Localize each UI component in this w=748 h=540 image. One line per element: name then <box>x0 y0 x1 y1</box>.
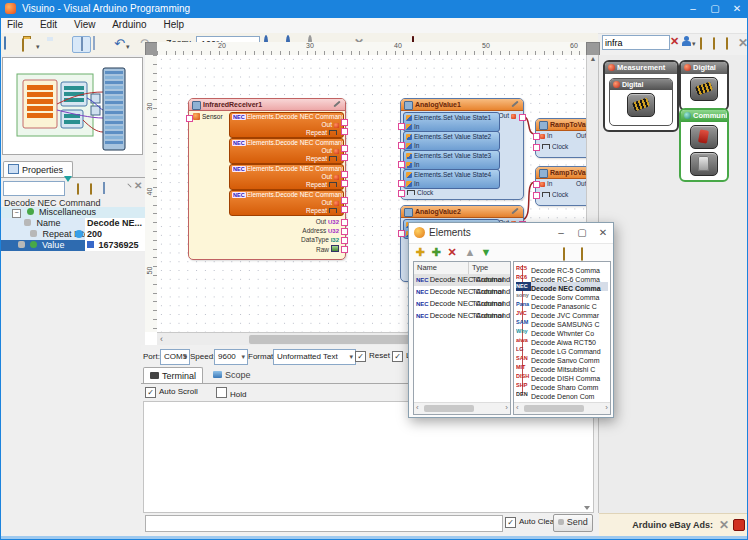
category-measurement[interactable]: Measurement Digital <box>603 60 679 132</box>
column-type[interactable]: Type <box>472 262 488 274</box>
block-infrared-receiver[interactable]: InfraredReceiver1 Sensor NECElements.Dec… <box>188 98 346 260</box>
clear-search-icon[interactable]: ✕ <box>670 35 679 48</box>
wrench-icon[interactable] <box>333 101 340 108</box>
tab-terminal[interactable]: Terminal <box>143 367 203 384</box>
undo-dropdown-icon[interactable]: ▾ <box>126 39 130 54</box>
repeat-pin[interactable] <box>341 128 348 135</box>
expand-categories-icon[interactable] <box>575 247 589 261</box>
undo-icon[interactable]: ↶ <box>114 36 125 51</box>
element-set-value-1[interactable]: Elements.Set Value State1 In <box>403 112 500 132</box>
new-project-icon[interactable] <box>4 36 6 50</box>
property-row-name[interactable]: Name Decode NE... <box>0 218 145 229</box>
element-item-4[interactable]: NECDecode NEC Command4TArduinoI <box>414 310 510 322</box>
delete-element-icon[interactable]: ✕ <box>445 245 459 259</box>
clock-pin[interactable] <box>398 190 405 197</box>
element-set-value-3[interactable]: Elements.Set Value State3 In <box>403 150 500 170</box>
filter-dropdown-icon[interactable]: ▾ <box>692 40 696 48</box>
in-pin[interactable] <box>533 181 540 188</box>
available-elements-list[interactable]: RC5Decode RC-5 Comma RC6Decode RC-6 Comm… <box>513 261 611 415</box>
available-list-scrollbar[interactable]: ‹› <box>514 402 610 414</box>
property-row-value[interactable]: Value 16736925 <box>0 240 145 251</box>
menu-arduino[interactable]: Arduino <box>105 18 153 30</box>
auto-clear-checkbox[interactable]: ✓Auto Clear <box>505 517 557 528</box>
filter-funnel-icon[interactable] <box>64 176 72 192</box>
speed-select[interactable]: 9600▾ <box>214 349 248 365</box>
add-element-icon[interactable]: ✚ <box>413 245 427 259</box>
available-sony[interactable]: sonyDecode Sony Comma <box>516 291 608 300</box>
out-pin[interactable] <box>341 171 348 178</box>
open-project-icon[interactable] <box>22 38 24 52</box>
elements-maximize-button[interactable]: ▢ <box>572 223 592 243</box>
close-button[interactable]: ✕ <box>726 0 748 18</box>
element-decode-nec-3[interactable]: NECElements.Decode NEC Command3 Out Repe… <box>229 164 344 190</box>
refresh-value-icon[interactable] <box>75 230 83 238</box>
menu-view[interactable]: View <box>67 18 103 30</box>
available-denon[interactable]: DENDecode Denon Com <box>516 390 608 399</box>
available-panasonic[interactable]: PanaDecode Panasonic C <box>516 300 608 309</box>
raw-pin[interactable] <box>341 246 348 253</box>
property-category-row[interactable]: − Miscellaneous <box>0 207 145 218</box>
format-select[interactable]: Unformatted Text▾ <box>273 349 356 365</box>
hold-checkbox[interactable]: Hold <box>216 387 246 399</box>
in-pin[interactable] <box>398 180 405 187</box>
move-down-icon[interactable]: ▼ <box>479 245 493 259</box>
scrollbar-thumb[interactable] <box>524 405 584 412</box>
available-nec[interactable]: NECDecode NEC Comma <box>516 282 608 291</box>
elements-title-bar[interactable]: Elements – ▢ ✕ <box>409 223 613 244</box>
elements-window[interactable]: Elements – ▢ ✕ ✚ ✚ ✕ ▲ ▼ Name Type NECDe… <box>408 222 614 418</box>
category-communication[interactable]: Communi <box>679 108 729 182</box>
repeat-pin[interactable] <box>341 180 348 187</box>
available-rc6[interactable]: RC6Decode RC-6 Comma <box>516 273 608 282</box>
available-lg[interactable]: LGDecode LG Command <box>516 345 608 354</box>
reset-checkbox[interactable]: ✓Reset <box>355 351 390 362</box>
panels-view-icon[interactable] <box>81 37 83 51</box>
element-decode-nec-1[interactable]: NECElements.Decode NEC Command1 Out Repe… <box>229 112 344 138</box>
auto-scroll-checkbox[interactable]: ✓Auto Scroll <box>145 387 198 398</box>
component-infrared-receiver[interactable] <box>627 93 655 117</box>
in-pin[interactable] <box>533 133 540 140</box>
out-pin[interactable] <box>341 197 348 204</box>
out-pin[interactable] <box>519 114 526 121</box>
available-sharp[interactable]: SHPDecode Sharp Comm <box>516 381 608 390</box>
category-collapse-icon[interactable] <box>700 38 702 49</box>
scrollbar-thumb[interactable] <box>249 335 419 344</box>
block-ramp-to-value-2[interactable]: RampToVal In Out Clock <box>535 166 586 206</box>
component-ir-remote-transmitter[interactable] <box>690 125 718 149</box>
subcategory-digital[interactable]: Digital <box>609 78 673 126</box>
address-pin[interactable] <box>341 228 348 235</box>
maximize-button[interactable]: ▢ <box>704 0 726 18</box>
sensor-pin[interactable] <box>186 115 193 122</box>
collapse-categories-icon[interactable] <box>557 247 571 261</box>
available-dish[interactable]: DISHDecode DISH Comma <box>516 372 608 381</box>
element-set-value-4[interactable]: Elements.Set Value State4 In <box>403 169 500 189</box>
menu-edit[interactable]: Edit <box>33 18 64 30</box>
wrench-icon[interactable] <box>511 101 518 108</box>
out-pin[interactable] <box>341 119 348 126</box>
property-row-repeat-interval[interactable]: Repeat Interval 200 <box>0 229 145 240</box>
available-samsung[interactable]: SAMDecode SAMSUNG C <box>516 318 608 327</box>
current-elements-list[interactable]: Name Type NECDecode NEC Command1TArduino… <box>413 261 511 415</box>
menu-help[interactable]: Help <box>156 18 191 30</box>
element-decode-nec-2[interactable]: NECElements.Decode NEC Command2 Out Repe… <box>229 138 344 164</box>
element-item-3[interactable]: NECDecode NEC Command3TArduinoI <box>414 298 510 310</box>
in-pin[interactable] <box>398 142 405 149</box>
category-view-icon[interactable] <box>726 38 728 49</box>
add-multiple-elements-icon[interactable]: ✚ <box>429 245 443 259</box>
available-sanyo[interactable]: SANDecode Sanyo Comm <box>516 354 608 363</box>
properties-tab[interactable]: Properties <box>3 161 73 178</box>
element-item-1[interactable]: NECDecode NEC Command1TArduinoI <box>414 274 510 286</box>
collapse-box-icon[interactable]: − <box>12 209 21 218</box>
send-button[interactable]: Send <box>553 514 593 532</box>
available-aiwa[interactable]: aiwaDecode Aiwa RCT50 <box>516 336 608 345</box>
scroll-down-icon[interactable] <box>584 506 590 510</box>
properties-filter-input[interactable] <box>3 181 65 196</box>
available-whynter[interactable]: WhyDecode Whynter Co <box>516 327 608 336</box>
menu-file[interactable]: File <box>0 18 30 30</box>
tab-scope[interactable]: Scope <box>207 367 257 383</box>
port-select[interactable]: COM5 ()▾ <box>160 349 190 365</box>
send-message-input[interactable] <box>145 515 503 532</box>
block-analog-value-1[interactable]: AnalogValue1 Out Elements.Set Value Stat… <box>400 98 524 200</box>
category-expand-icon[interactable] <box>713 38 715 49</box>
ads-settings-icon[interactable]: ✕ <box>719 514 729 536</box>
available-mitsubishi[interactable]: MITDecode Mitsubishi C <box>516 363 608 372</box>
